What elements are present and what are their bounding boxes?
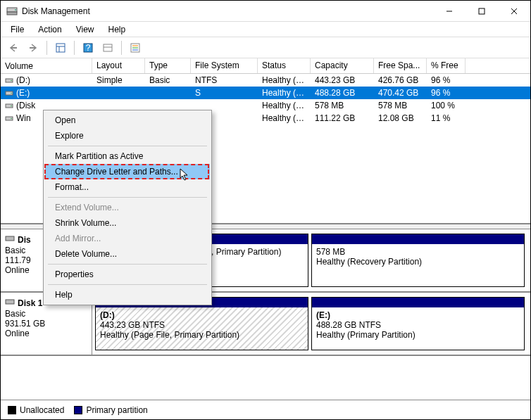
volume-capacity: 111.22 GB	[311, 113, 374, 123]
svg-rect-14	[104, 44, 112, 51]
disk-status: Online	[5, 329, 87, 338]
partition-body: (E:)488.28 GB NTFSHealthy (Primary Parti…	[312, 307, 524, 350]
volume-status: Healthy (S...	[258, 113, 311, 123]
forward-button[interactable]	[25, 39, 42, 56]
svg-rect-9	[56, 44, 65, 52]
volume-percentfree: 100 %	[427, 101, 466, 110]
header-layout[interactable]: Layout	[92, 58, 145, 73]
volume-capacity: 578 MB	[311, 101, 374, 110]
partition-size: 488.28 GB NTFS	[316, 320, 520, 330]
disk-type: Basic	[5, 309, 87, 319]
disk-management-window: Disk Management File Action View Help ? …	[0, 0, 531, 420]
titlebar: Disk Management	[1, 1, 530, 22]
svg-rect-29	[6, 300, 14, 304]
menu-file[interactable]: File	[5, 23, 30, 36]
list-button[interactable]	[127, 39, 144, 56]
svg-point-21	[11, 80, 12, 82]
volume-fs: NTFS	[191, 75, 258, 85]
volume-name: (D:)	[16, 75, 30, 85]
menu-separator	[48, 197, 207, 198]
menu-item[interactable]: Mark Partition as Active	[45, 148, 210, 164]
app-icon	[6, 6, 18, 17]
window-buttons	[433, 1, 530, 21]
menu-item[interactable]: Explore	[45, 128, 210, 144]
header-capacity[interactable]: Capacity	[311, 58, 374, 73]
header-type[interactable]: Type	[145, 58, 191, 73]
maximize-button[interactable]	[466, 1, 498, 21]
settings-button[interactable]	[99, 39, 116, 56]
menu-item[interactable]: Open	[45, 113, 210, 128]
header-volume[interactable]: Volume	[1, 58, 92, 73]
volume-fs: S	[191, 88, 258, 98]
volume-row[interactable]: (E:)SHealthy (P...488.28 GB470.42 GB96 %	[1, 87, 530, 99]
svg-text:?: ?	[86, 43, 91, 53]
partition-label: (E:)	[316, 310, 520, 320]
volume-percentfree: 96 %	[427, 88, 466, 98]
drive-icon	[5, 101, 13, 110]
volume-name: Win	[16, 113, 31, 123]
help-button[interactable]: ?	[80, 39, 96, 56]
partition-header	[312, 298, 524, 307]
menu-item[interactable]: Help	[45, 287, 210, 303]
disk-icon	[5, 297, 15, 309]
menu-separator	[48, 146, 207, 146]
svg-point-27	[11, 118, 12, 120]
minimize-button[interactable]	[433, 1, 466, 21]
partition-body: (D:)443.23 GB NTFSHealthy (Page File, Pr…	[96, 307, 308, 350]
back-button[interactable]	[5, 39, 22, 56]
volume-free: 12.08 GB	[374, 113, 427, 123]
volume-name: (E:)	[16, 88, 30, 98]
partition-status: Healthy (Page File, Primary Partition)	[100, 330, 304, 340]
partition-status: Healthy (Primary Partition)	[316, 330, 520, 340]
toolbar-separator	[46, 41, 47, 55]
volume-status: Healthy (P...	[258, 88, 311, 98]
swatch-primary	[74, 406, 82, 414]
header-percentfree[interactable]: % Free	[427, 58, 466, 73]
view-button[interactable]	[52, 39, 69, 56]
partition-header	[312, 234, 524, 244]
header-status[interactable]: Status	[258, 58, 311, 73]
volume-row[interactable]: (D:)SimpleBasicNTFSHealthy (P...443.23 G…	[1, 74, 530, 87]
menu-item[interactable]: Shrink Volume...	[45, 215, 210, 231]
drive-icon	[5, 76, 13, 84]
menu-item[interactable]: Delete Volume...	[45, 246, 210, 262]
volume-free: 578 MB	[374, 101, 427, 110]
menu-action[interactable]: Action	[32, 23, 67, 36]
toolbar: ?	[1, 37, 530, 58]
close-button[interactable]	[498, 1, 530, 21]
disk-icon	[5, 234, 15, 246]
context-menu: OpenExploreMark Partition as ActiveChang…	[43, 110, 212, 305]
menu-separator	[48, 284, 207, 285]
partition[interactable]: (E:)488.28 GB NTFSHealthy (Primary Parti…	[311, 297, 525, 350]
volume-type: Basic	[145, 75, 191, 85]
menu-item: Extend Volume...	[45, 200, 210, 215]
partition-size: 443.23 GB NTFS	[100, 320, 304, 330]
legend-unallocated-label: Unallocated	[20, 405, 64, 415]
svg-rect-4	[479, 8, 485, 14]
header-freespace[interactable]: Free Spa...	[374, 58, 427, 73]
volume-capacity: 443.23 GB	[311, 75, 374, 85]
svg-point-2	[15, 9, 16, 11]
menu-item[interactable]: Format...	[45, 179, 210, 195]
legend-primary-label: Primary partition	[86, 405, 147, 415]
menubar: File Action View Help	[1, 22, 530, 37]
menu-item: Add Mirror...	[45, 231, 210, 246]
volume-capacity: 488.28 GB	[311, 88, 374, 98]
legend-primary: Primary partition	[74, 405, 147, 415]
header-filesystem[interactable]: File System	[191, 58, 258, 73]
partition[interactable]: 578 MBHealthy (Recovery Partition)	[311, 234, 525, 287]
menu-item[interactable]: Properties	[45, 267, 210, 282]
drive-icon	[5, 89, 13, 97]
menu-help[interactable]: Help	[103, 23, 132, 36]
menu-view[interactable]: View	[70, 23, 100, 36]
volume-percentfree: 11 %	[427, 113, 466, 123]
volume-free: 470.42 GB	[374, 88, 427, 98]
partition-label: (D:)	[100, 310, 304, 320]
volume-percentfree: 96 %	[427, 75, 466, 85]
legend: Unallocated Primary partition	[1, 400, 530, 419]
volume-status: Healthy (P...	[258, 75, 311, 85]
svg-rect-7	[11, 47, 17, 49]
svg-point-25	[11, 106, 12, 107]
volume-name: (Disk	[16, 101, 35, 110]
svg-point-23	[11, 93, 12, 94]
